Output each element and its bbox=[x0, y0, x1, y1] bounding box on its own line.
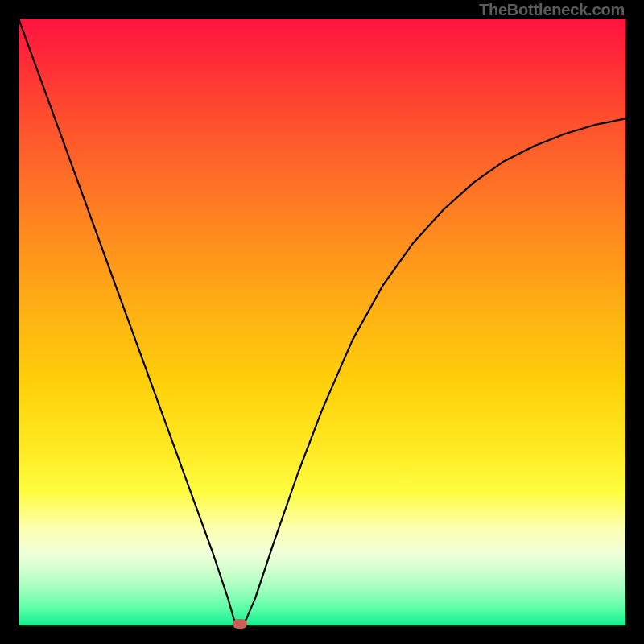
chart-area bbox=[19, 19, 625, 625]
watermark-text: TheBottleneck.com bbox=[479, 1, 625, 19]
chart-svg bbox=[19, 19, 625, 625]
bottleneck-curve bbox=[19, 19, 625, 625]
optimal-point-marker bbox=[233, 619, 247, 629]
